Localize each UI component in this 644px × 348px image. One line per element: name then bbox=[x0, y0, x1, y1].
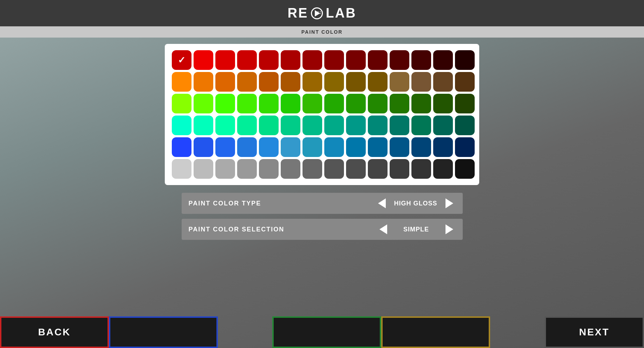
color-swatch[interactable] bbox=[324, 50, 344, 70]
color-swatch[interactable] bbox=[172, 94, 191, 113]
arrow-right-paint-color-selection[interactable] bbox=[443, 223, 456, 236]
color-swatch[interactable] bbox=[194, 116, 213, 135]
color-swatch[interactable] bbox=[237, 72, 257, 92]
color-swatch[interactable] bbox=[194, 50, 213, 70]
mid1-button[interactable] bbox=[109, 316, 218, 348]
color-swatch[interactable] bbox=[433, 159, 453, 179]
color-swatch[interactable] bbox=[303, 159, 322, 179]
color-swatch[interactable] bbox=[346, 72, 366, 92]
next-button[interactable]: NEXT bbox=[545, 316, 644, 348]
color-swatch[interactable] bbox=[281, 94, 300, 113]
color-swatch[interactable] bbox=[237, 50, 257, 70]
color-swatch[interactable] bbox=[237, 94, 257, 113]
color-swatch[interactable] bbox=[194, 137, 213, 157]
color-swatch[interactable] bbox=[215, 72, 235, 92]
color-swatch[interactable] bbox=[368, 94, 388, 113]
color-swatch[interactable] bbox=[215, 50, 235, 70]
color-swatch[interactable] bbox=[215, 116, 235, 135]
logo-dots bbox=[318, 11, 323, 14]
color-swatch[interactable] bbox=[455, 72, 475, 92]
color-swatch[interactable] bbox=[281, 137, 300, 157]
back-button[interactable]: BACK bbox=[0, 316, 109, 348]
color-swatch[interactable] bbox=[172, 116, 191, 135]
color-swatch[interactable] bbox=[368, 159, 388, 179]
color-swatch[interactable] bbox=[172, 159, 191, 179]
color-swatch[interactable] bbox=[411, 94, 431, 113]
color-swatch[interactable] bbox=[368, 72, 388, 92]
control-value-area-paint-color-type: HIGH GLOSS bbox=[376, 197, 455, 210]
logo-icon bbox=[311, 7, 323, 19]
color-swatch[interactable] bbox=[172, 72, 191, 92]
color-swatch[interactable] bbox=[215, 137, 235, 157]
color-swatch[interactable] bbox=[303, 94, 322, 113]
color-swatch[interactable] bbox=[455, 50, 475, 70]
color-swatch[interactable] bbox=[346, 50, 366, 70]
mid2-button[interactable] bbox=[272, 316, 381, 348]
color-swatch[interactable] bbox=[281, 116, 300, 135]
color-swatch[interactable] bbox=[433, 72, 453, 92]
color-swatch[interactable] bbox=[324, 116, 344, 135]
color-swatch[interactable] bbox=[433, 137, 453, 157]
control-row-paint-color-selection: PAINT COLOR SELECTIONSIMPLE bbox=[182, 219, 463, 240]
color-swatch[interactable] bbox=[433, 94, 453, 113]
color-swatch[interactable] bbox=[390, 72, 409, 92]
color-swatch[interactable] bbox=[455, 159, 475, 179]
color-swatch[interactable] bbox=[455, 94, 475, 113]
color-swatch[interactable] bbox=[368, 137, 388, 157]
color-swatch[interactable] bbox=[411, 116, 431, 135]
color-swatch[interactable] bbox=[411, 159, 431, 179]
color-swatch[interactable] bbox=[324, 137, 344, 157]
color-swatch[interactable] bbox=[303, 50, 322, 70]
color-swatch[interactable] bbox=[346, 94, 366, 113]
arrow-right-paint-color-type[interactable] bbox=[443, 197, 456, 210]
color-swatch[interactable] bbox=[368, 50, 388, 70]
mid3-button[interactable] bbox=[381, 316, 490, 348]
color-swatch[interactable] bbox=[346, 159, 366, 179]
color-swatch[interactable] bbox=[194, 94, 213, 113]
color-swatch[interactable] bbox=[259, 94, 279, 113]
color-swatch[interactable] bbox=[455, 137, 475, 157]
color-swatch[interactable] bbox=[390, 116, 409, 135]
color-swatch[interactable] bbox=[433, 50, 453, 70]
color-swatch[interactable] bbox=[194, 159, 213, 179]
color-swatch[interactable] bbox=[237, 137, 257, 157]
next-label: NEXT bbox=[579, 327, 610, 338]
color-swatch[interactable] bbox=[303, 116, 322, 135]
color-swatch[interactable] bbox=[259, 159, 279, 179]
control-row-paint-color-type: PAINT COLOR TYPEHIGH GLOSS bbox=[182, 193, 463, 214]
color-swatch[interactable] bbox=[172, 137, 191, 157]
color-swatch[interactable] bbox=[346, 116, 366, 135]
color-swatch[interactable] bbox=[324, 159, 344, 179]
color-swatch[interactable] bbox=[237, 159, 257, 179]
color-swatch[interactable] bbox=[411, 72, 431, 92]
arrow-left-paint-color-type[interactable] bbox=[376, 197, 388, 210]
color-swatch[interactable] bbox=[390, 50, 409, 70]
color-swatch[interactable] bbox=[259, 116, 279, 135]
control-value-text-paint-color-selection: SIMPLE bbox=[395, 226, 437, 233]
color-swatch[interactable] bbox=[281, 159, 300, 179]
color-swatch[interactable] bbox=[237, 116, 257, 135]
color-swatch[interactable] bbox=[346, 137, 366, 157]
color-swatch[interactable] bbox=[368, 116, 388, 135]
color-swatch[interactable] bbox=[390, 137, 409, 157]
arrow-left-paint-color-selection[interactable] bbox=[377, 223, 390, 236]
color-swatch[interactable] bbox=[259, 50, 279, 70]
color-swatch[interactable] bbox=[281, 50, 300, 70]
color-swatch[interactable] bbox=[411, 137, 431, 157]
color-swatch[interactable] bbox=[390, 159, 409, 179]
color-swatch[interactable] bbox=[215, 159, 235, 179]
color-swatch[interactable] bbox=[324, 72, 344, 92]
color-swatch[interactable] bbox=[324, 94, 344, 113]
color-swatch[interactable] bbox=[303, 137, 322, 157]
color-swatch[interactable] bbox=[215, 94, 235, 113]
color-swatch[interactable] bbox=[281, 72, 300, 92]
color-swatch[interactable] bbox=[194, 72, 213, 92]
color-swatch[interactable] bbox=[303, 72, 322, 92]
color-swatch[interactable] bbox=[455, 116, 475, 135]
color-swatch[interactable] bbox=[259, 137, 279, 157]
color-swatch[interactable] bbox=[411, 50, 431, 70]
color-swatch[interactable] bbox=[390, 94, 409, 113]
color-swatch[interactable] bbox=[259, 72, 279, 92]
color-swatch[interactable] bbox=[172, 50, 191, 70]
color-swatch[interactable] bbox=[433, 116, 453, 135]
